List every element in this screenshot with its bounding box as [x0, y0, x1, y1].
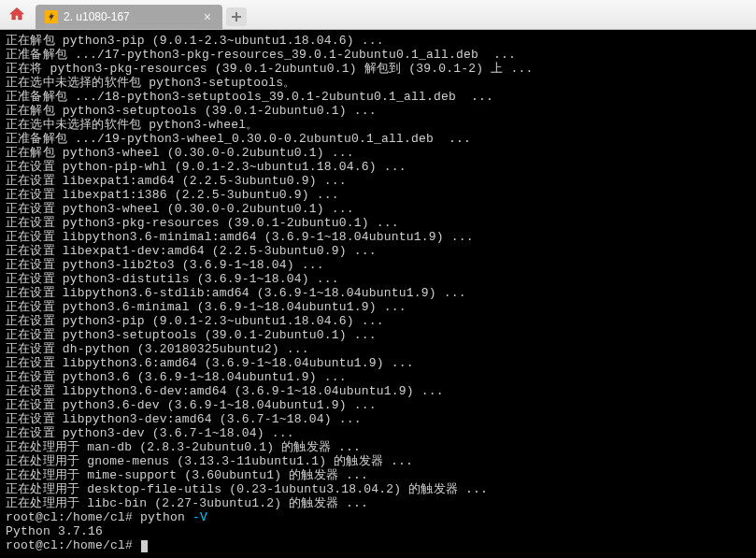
home-icon [8, 6, 25, 22]
terminal-viewport[interactable]: 正在解包 python3-pip (9.0.1-2.3~ubuntu1.18.0… [0, 30, 756, 558]
tab-title: 2. u1080-167 [64, 10, 130, 23]
plus-icon [232, 12, 241, 21]
tab-close-button[interactable]: × [202, 9, 213, 24]
command-flag: -V [193, 510, 207, 524]
prompt-text: root@cl:/home/cl# python [6, 510, 193, 524]
home-button[interactable] [4, 1, 30, 27]
new-tab-button[interactable] [226, 7, 247, 26]
tab-active[interactable]: 2. u1080-167 × [36, 5, 222, 29]
terminal-output: 正在解包 python3-pip (9.0.1-2.3~ubuntu1.18.0… [6, 34, 750, 510]
browser-tabstrip: 2. u1080-167 × [0, 0, 756, 30]
python-version-output: Python 3.7.16 [6, 524, 103, 538]
lightning-icon [45, 10, 58, 23]
prompt-line-2: root@cl:/home/cl# [6, 538, 140, 552]
cursor-block [141, 540, 148, 552]
prompt-line-1: root@cl:/home/cl# python -V [6, 510, 207, 524]
